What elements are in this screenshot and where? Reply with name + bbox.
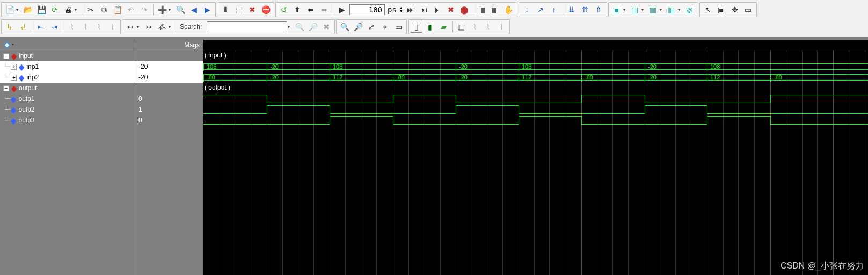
signal-row-outp2[interactable]: └─◆outp2 [0,104,136,115]
run-time-input[interactable] [349,4,385,15]
time-spinner[interactable]: ▲▼ [399,6,403,13]
layout4-icon[interactable]: ▦ [666,4,677,16]
refresh-icon[interactable]: ⟳ [49,4,61,16]
cursor-multi2-icon[interactable]: ⇈ [579,4,591,16]
wave-menu-icon[interactable] [2,41,12,49]
run-all-icon[interactable]: ⏭ [405,4,417,16]
redo-icon[interactable]: ↷ [138,4,150,16]
search-opts-icon[interactable]: ⁂ [156,21,168,33]
print-icon[interactable]: 🖨 [62,4,74,16]
last-edge-icon[interactable]: ⇥ [48,21,60,33]
fmt7-icon[interactable]: ⌇ [495,21,507,33]
expander-icon[interactable]: + [11,75,17,81]
signal-row-input[interactable]: −◆input [0,50,136,61]
expander-icon[interactable]: − [3,53,9,59]
cut-icon[interactable]: ✂ [85,4,97,16]
search-input[interactable] [207,21,287,32]
prev-rising-icon[interactable]: ↳ [4,21,16,33]
new-icon[interactable]: 📄 [4,4,16,16]
signal-row-output[interactable]: −◆output [0,83,136,93]
edge-c-icon[interactable]: ⌇ [93,21,105,33]
so-dd[interactable]: ▾ [169,25,173,30]
step-back-icon[interactable]: ⬅ [305,4,317,16]
zoom-in-icon[interactable]: 🔍 [339,21,351,33]
run-icon[interactable]: ▶ [336,4,348,16]
wave1-icon[interactable]: ▥ [476,4,488,16]
search-go2-icon[interactable]: 🔎 [307,21,319,33]
layout1-dd[interactable]: ▾ [623,8,628,12]
waveform-panel[interactable]: ( input )108-20108-20108-20108-80-20112-… [203,50,868,275]
layout4-dd[interactable]: ▾ [678,8,682,12]
step-fwd-icon[interactable]: ➡ [318,4,330,16]
paste-icon[interactable]: 📋 [112,4,123,16]
print-dropdown[interactable]: ▾ [75,8,79,12]
search-clear-icon[interactable]: ✖ [320,21,332,33]
open-icon[interactable]: 📂 [22,4,34,16]
signal-names-panel[interactable]: −◆input └─+◆inp1 └─+◆inp2−◆output └─◆out… [0,50,136,275]
run-up-icon[interactable]: ⬆ [291,4,303,16]
layout2-dd[interactable]: ▾ [641,8,646,12]
search-prev-icon[interactable]: ↢ [125,21,136,33]
signal-row-outp3[interactable]: └─◆outp3 [0,115,136,126]
first-edge-icon[interactable]: ⇤ [35,21,47,33]
sp-dd[interactable]: ▾ [137,25,141,30]
cursor-multi3-icon[interactable]: ⇑ [593,4,604,16]
restart-icon[interactable]: ↺ [278,4,290,16]
search-dd[interactable]: ▾ [288,25,292,30]
fmt2-icon[interactable]: ▮ [424,21,436,33]
add-dropdown[interactable]: ▾ [169,8,173,12]
help-back-icon[interactable]: ◀ [188,4,200,16]
save-icon[interactable]: 💾 [35,4,47,16]
layout2-icon[interactable]: ▤ [629,4,641,16]
edge-d-icon[interactable]: ⌇ [106,21,118,33]
pointer-icon[interactable]: ↖ [702,4,714,16]
wave2-icon[interactable]: ▦ [490,4,501,16]
expander-icon[interactable]: − [3,85,9,91]
fmt6-icon[interactable]: ⌇ [482,21,494,33]
fmt5-icon[interactable]: ⌇ [469,21,480,33]
layout1-icon[interactable]: ▣ [611,4,623,16]
wave-menu-dd[interactable]: ▾ [12,42,16,47]
edge-b-icon[interactable]: ⌇ [79,21,91,33]
compile-all-icon[interactable]: ⬚ [233,4,245,16]
run-continue-icon[interactable]: ⏯ [418,4,430,16]
zoom-region-icon[interactable]: ▭ [742,4,754,16]
zoom-out-icon[interactable]: 🔎 [352,21,364,33]
copy-icon[interactable]: ⧉ [98,4,110,16]
stop-run-icon[interactable]: ⬤ [458,4,470,16]
stop-icon[interactable]: ⛔ [260,4,272,16]
zoom-full-icon[interactable]: ⤢ [366,21,377,33]
help-fwd-icon[interactable]: ▶ [201,4,213,16]
fmt4-icon[interactable]: ▦ [455,21,467,33]
layout3-dd[interactable]: ▾ [660,8,664,12]
cursor-diag-icon[interactable]: ↗ [535,4,546,16]
fmt1-icon[interactable]: ▯ [411,21,422,33]
new-dropdown[interactable]: ▾ [16,8,20,12]
prev-falling-icon[interactable]: ↲ [17,21,29,33]
compile-icon[interactable]: ⬇ [220,4,231,16]
run-step-icon[interactable]: ⏵ [432,4,443,16]
cursor-multi1-icon[interactable]: ⇊ [566,4,578,16]
undo-icon[interactable]: ↶ [125,4,137,16]
signal-row-inp2[interactable]: └─+◆inp2 [0,72,136,83]
signal-row-inp1[interactable]: └─+◆inp1 [0,61,136,72]
region-icon[interactable]: ▣ [716,4,727,16]
find-icon[interactable]: 🔍 [174,4,186,16]
fmt3-icon[interactable]: ▰ [437,21,449,33]
search-next-icon[interactable]: ↣ [143,21,155,33]
add-icon[interactable]: ➕ [156,4,168,16]
break-icon[interactable]: ✖ [246,4,258,16]
cursor-up-icon[interactable]: ↑ [548,4,560,16]
zoom-range-icon[interactable]: ▭ [392,21,404,33]
layout5-icon[interactable]: ▧ [684,4,696,16]
signal-row-outp1[interactable]: └─◆outp1 [0,93,136,104]
expander-icon[interactable]: + [11,64,17,70]
edge-a-icon[interactable]: ⌇ [66,21,78,33]
zoom-cursor-icon[interactable]: ⌖ [379,21,391,33]
cursor-down-icon[interactable]: ↓ [521,4,533,16]
search-go1-icon[interactable]: 🔍 [294,21,305,33]
hand-icon[interactable]: ✋ [503,4,515,16]
move-icon[interactable]: ✥ [729,4,741,16]
layout3-icon[interactable]: ▥ [647,4,659,16]
break-all-icon[interactable]: ✖ [445,4,457,16]
